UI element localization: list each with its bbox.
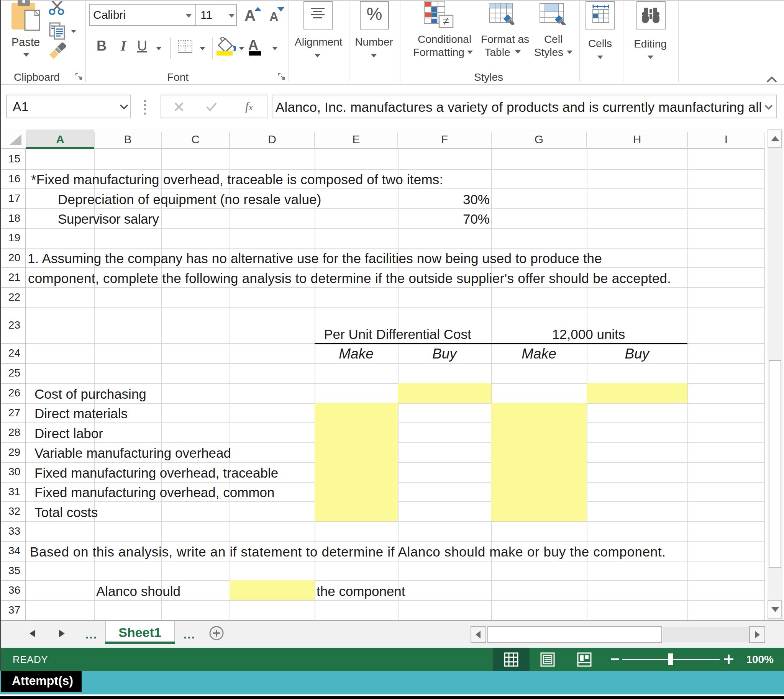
svg-text:≠: ≠ (443, 15, 449, 27)
